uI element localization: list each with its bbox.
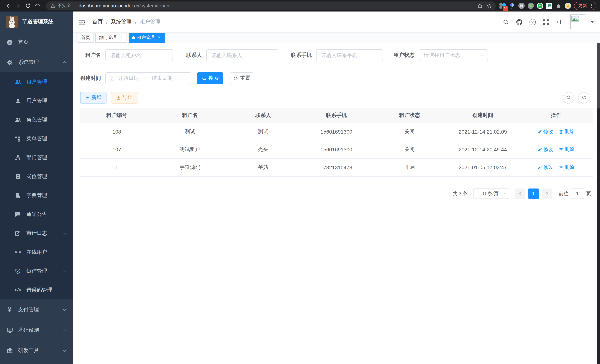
help-icon[interactable]: ? [528, 18, 537, 26]
extension-recorder-icon[interactable] [527, 2, 534, 9]
trash-icon [559, 165, 563, 169]
plus-icon [85, 95, 89, 100]
prev-page-button[interactable] [515, 188, 525, 199]
sidebar-item-dept-management[interactable]: 部门管理 [0, 148, 73, 167]
edit-link[interactable]: 修改 [538, 128, 553, 135]
sidebar-item-menu-management[interactable]: 菜单管理 [0, 129, 73, 148]
tenant-name-label: 租户名 [80, 52, 105, 59]
dashboard-icon [6, 39, 13, 46]
sidebar-item-role-management[interactable]: 角色管理 [0, 110, 73, 129]
table-row: 107 测试租户 秃头 15601691300 关闭 2021-12-14 20… [80, 141, 593, 159]
close-icon[interactable]: × [118, 35, 123, 40]
message-icon [14, 211, 21, 218]
sidebar-item-online-users[interactable]: 在线用户 [0, 243, 73, 261]
page-number-button[interactable]: 1 [528, 188, 539, 199]
add-button[interactable]: 新增 [80, 92, 106, 103]
date-start-placeholder: 开始日期 [118, 75, 139, 82]
cell-phone: 15601691300 [300, 141, 373, 159]
sidebar-item-tenant-management[interactable]: 租户管理 [0, 72, 73, 91]
search-button-label: 搜索 [208, 75, 219, 82]
address-bar[interactable]: 不安全 dashboard.yudao.iocoder.cn/system/te… [46, 1, 496, 10]
cell-tenant-id: 108 [80, 123, 153, 141]
contact-input[interactable] [206, 49, 278, 61]
bookmark-star-icon[interactable] [485, 1, 494, 10]
sidebar-item-audit-log[interactable]: 审计日志 [0, 224, 73, 243]
trash-icon [559, 130, 563, 134]
avatar[interactable] [570, 14, 585, 29]
pencil-icon [538, 165, 542, 169]
browser-home-icon[interactable] [33, 1, 42, 10]
tab-dept-management[interactable]: 部门管理 × [95, 33, 127, 42]
edit-link[interactable]: 修改 [538, 164, 553, 171]
github-icon[interactable] [515, 18, 524, 26]
cell-status: 开启 [373, 159, 446, 176]
extension-command-icon[interactable] [518, 2, 525, 9]
search-button[interactable]: 搜索 [197, 72, 223, 84]
delete-link[interactable]: 删除 [559, 164, 574, 171]
extension-sogou-icon[interactable]: 10 [499, 2, 506, 9]
extension-shape [529, 4, 532, 7]
chevron-down-icon [62, 269, 67, 273]
sidebar-item-pay-management[interactable]: ¥ 支付管理 [0, 299, 73, 320]
delete-link[interactable]: 删除 [559, 146, 574, 153]
extension-kite-icon[interactable] [509, 2, 516, 9]
sidebar-item-home[interactable]: 首页 [0, 32, 73, 52]
sidebar-item-label: 研发工具 [18, 347, 57, 354]
sidebar-item-notice[interactable]: 通知公告 [0, 205, 73, 224]
sidebar-item-post-management[interactable]: 岗位管理 [0, 167, 73, 186]
yen-icon: ¥ [6, 306, 13, 313]
extension-puzzle-icon[interactable] [555, 2, 562, 9]
sidebar-item-user-management[interactable]: 用户管理 [0, 91, 73, 110]
tab-home[interactable]: 首页 [78, 33, 94, 42]
browser-reload-icon[interactable] [23, 1, 33, 10]
goto-label: 前往 [559, 190, 568, 197]
show-search-toggle-icon[interactable] [563, 92, 574, 103]
breadcrumb-system[interactable]: 系统管理 [111, 19, 132, 25]
browser-forward-icon[interactable] [13, 1, 23, 10]
sidebar-item-error-code-management[interactable]: </> 错误码管理 [0, 280, 73, 299]
browser-back-icon[interactable] [4, 1, 13, 10]
phone-input[interactable] [316, 49, 383, 61]
sidebar-item-dict-management[interactable]: 字典管理 [0, 186, 73, 205]
refresh-table-icon[interactable] [578, 92, 590, 103]
status-label: 租户状态 [389, 52, 419, 59]
sidebar-item-dev-tools[interactable]: 研发工具 [0, 340, 73, 361]
breadcrumb-home[interactable]: 首页 [92, 19, 103, 25]
extension-y-icon[interactable]: Y [536, 2, 543, 9]
share-icon[interactable] [476, 1, 485, 10]
browser-menu-icon[interactable]: ⋮ [589, 3, 594, 9]
goto-page-input[interactable] [571, 188, 584, 199]
tenant-name-input[interactable] [105, 49, 173, 61]
pencil-icon [538, 130, 542, 134]
page-size-select[interactable]: 10条/页 [473, 188, 509, 199]
sidebar-item-infrastructure[interactable]: 基础设施 [0, 320, 73, 340]
date-range-input[interactable]: 开始日期 - 结束日期 [105, 72, 191, 84]
browser-update-button[interactable]: 更新 ⋮ [574, 2, 596, 10]
extension-chat-icon[interactable] [546, 2, 553, 9]
search-icon[interactable] [501, 18, 510, 26]
close-icon[interactable]: × [157, 35, 162, 40]
edit-link[interactable]: 修改 [538, 146, 553, 153]
avatar-caret-icon[interactable] [590, 21, 594, 23]
page-size-value: 10条/页 [479, 190, 502, 197]
status-select-placeholder: 请选择租户状态 [424, 52, 479, 59]
sidebar-logo[interactable]: 芋道管理系统 [0, 11, 73, 32]
security-indicator[interactable]: 不安全 [50, 3, 71, 9]
extension-emoji-icon[interactable] [564, 2, 571, 9]
font-size-icon[interactable]: TT [555, 18, 564, 26]
sidebar-item-system-management[interactable]: 系统管理 [0, 52, 73, 72]
sidebar-fold-icon[interactable] [79, 18, 86, 25]
export-button[interactable]: 导出 [111, 92, 138, 103]
url-text[interactable]: dashboard.yudao.iocoder.cn/system/tenant [79, 3, 171, 9]
next-page-button[interactable] [542, 188, 552, 199]
status-select[interactable]: 请选择租户状态 [419, 49, 488, 61]
tab-tenant-management[interactable]: 租户管理 × [129, 33, 165, 42]
sidebar-item-label: 通知公告 [26, 211, 67, 218]
extension-shape: Y [537, 3, 542, 8]
delete-link[interactable]: 删除 [559, 128, 574, 135]
extension-shape [546, 3, 552, 9]
sidebar-item-sms-management[interactable]: 短信管理 [0, 261, 73, 280]
page-scrollbar[interactable] [597, 11, 600, 364]
reset-button[interactable]: 重置 [230, 72, 253, 84]
fullscreen-icon[interactable] [541, 18, 550, 26]
